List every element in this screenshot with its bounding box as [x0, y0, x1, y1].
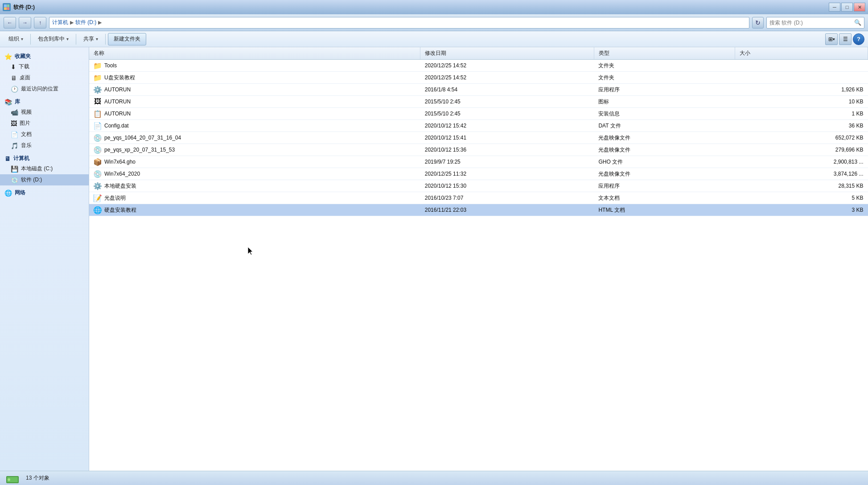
close-button[interactable]: ✕: [854, 3, 865, 12]
file-type-cell: 文件夹: [594, 60, 735, 72]
file-name: 本地硬盘安装: [104, 182, 136, 190]
sidebar-library-header[interactable]: 📚 库: [0, 96, 89, 107]
status-count: 13 个对象: [26, 474, 49, 482]
file-name: U盘安装教程: [104, 74, 135, 82]
breadcrumb-computer[interactable]: 计算机: [52, 19, 68, 26]
network-header-icon: 🌐: [4, 189, 12, 197]
file-type-cell: 安装信息: [594, 108, 735, 120]
refresh-button[interactable]: ↻: [752, 17, 764, 29]
file-icon: 📁: [94, 62, 102, 70]
file-name-cell: 📄 Config.dat: [89, 120, 420, 132]
svg-point-6: [8, 478, 10, 481]
table-row[interactable]: 📝 光盘说明 2016/10/23 7:07 文本文档 5 KB: [89, 192, 868, 204]
file-modified-cell: 2019/9/7 19:25: [420, 156, 594, 168]
file-name-cell: 📦 Win7x64.gho: [89, 156, 420, 168]
new-folder-button[interactable]: 新建文件夹: [108, 33, 146, 45]
sidebar-item-drive-c[interactable]: 💾 本地磁盘 (C:): [0, 163, 89, 174]
file-name: AUTORUN: [104, 99, 131, 105]
table-row[interactable]: 📋 AUTORUN 2015/5/10 2:45 安装信息 1 KB: [89, 108, 868, 120]
file-size-cell: 3 KB: [735, 204, 868, 216]
table-row[interactable]: ⚙️ AUTORUN 2016/1/8 4:54 应用程序 1,926 KB: [89, 84, 868, 96]
file-name-cell: 🌐 硬盘安装教程: [89, 204, 420, 216]
breadcrumb-sep-2: ▶: [98, 20, 102, 25]
details-view-button[interactable]: ☰: [839, 33, 852, 45]
sidebar-item-video[interactable]: 📹 视频: [0, 107, 89, 118]
table-row[interactable]: 💿 pe_yqs_xp_20_07_31_15_53 2020/10/12 15…: [89, 144, 868, 156]
addressbar: ← → ↑ 计算机 ▶ 软件 (D:) ▶ ↻ 🔍: [0, 14, 868, 31]
minimize-button[interactable]: ─: [829, 3, 840, 12]
table-row[interactable]: 💿 pe_yqs_1064_20_07_31_16_04 2020/10/12 …: [89, 132, 868, 144]
file-size-cell: 36 KB: [735, 120, 868, 132]
file-name-cell: 💿 Win7x64_2020: [89, 168, 420, 180]
breadcrumb-drive[interactable]: 软件 (D:): [75, 19, 96, 26]
drive-c-icon: 💾: [11, 165, 18, 173]
file-name: 硬盘安装教程: [104, 206, 136, 214]
file-name-cell: 💿 pe_yqs_xp_20_07_31_15_53: [89, 144, 420, 156]
sidebar-network-header[interactable]: 🌐 网络: [0, 187, 89, 197]
file-modified-cell: 2016/1/8 4:54: [420, 84, 594, 96]
sidebar-network-section: 🌐 网络: [0, 187, 89, 197]
table-row[interactable]: 💿 Win7x64_2020 2020/12/25 11:32 光盘映像文件 3…: [89, 168, 868, 180]
sidebar-favorites-header[interactable]: ⭐ 收藏夹: [0, 51, 89, 61]
file-type-cell: 文件夹: [594, 72, 735, 84]
file-modified-cell: 2015/5/10 2:45: [420, 96, 594, 108]
sidebar-item-recent[interactable]: 🕐 最近访问的位置: [0, 83, 89, 95]
table-row[interactable]: ⚙️ 本地硬盘安装 2020/10/12 15:30 应用程序 28,315 K…: [89, 180, 868, 192]
share-button[interactable]: 共享 ▾: [78, 33, 103, 45]
maximize-button[interactable]: □: [841, 3, 853, 12]
breadcrumb-bar[interactable]: 计算机 ▶ 软件 (D:) ▶: [49, 17, 749, 29]
file-size-cell: 279,696 KB: [735, 144, 868, 156]
sidebar-item-download[interactable]: ⬇ 下载: [0, 61, 89, 72]
forward-button[interactable]: →: [19, 17, 31, 29]
table-row[interactable]: 📁 Tools 2020/12/25 14:52 文件夹: [89, 60, 868, 72]
sidebar-item-music[interactable]: 🎵 音乐: [0, 140, 89, 151]
table-row[interactable]: 📄 Config.dat 2020/10/12 15:42 DAT 文件 36 …: [89, 120, 868, 132]
table-row[interactable]: 📁 U盘安装教程 2020/12/25 14:52 文件夹: [89, 72, 868, 84]
file-icon: 📝: [94, 194, 102, 202]
sidebar-item-drive-d[interactable]: 💿 软件 (D:): [0, 174, 89, 185]
svg-rect-3: [7, 8, 10, 10]
file-icon: 💿: [94, 146, 102, 154]
file-modified-cell: 2016/11/21 22:03: [420, 204, 594, 216]
file-name-cell: ⚙️ 本地硬盘安装: [89, 180, 420, 192]
file-name: Config.dat: [104, 123, 129, 129]
file-modified-cell: 2020/10/12 15:41: [420, 132, 594, 144]
table-row[interactable]: 🖼 AUTORUN 2015/5/10 2:45 图标 10 KB: [89, 96, 868, 108]
sidebar-computer-header[interactable]: 🖥 计算机: [0, 153, 89, 163]
column-modified[interactable]: 修改日期: [420, 47, 594, 60]
desktop-icon: 🖥: [11, 74, 17, 82]
table-row[interactable]: 🌐 硬盘安装教程 2016/11/21 22:03 HTML 文档 3 KB: [89, 204, 868, 216]
sidebar: ⭐ 收藏夹 ⬇ 下载 🖥 桌面 🕐 最近访问的位置 📚 库 �: [0, 47, 89, 471]
music-icon: 🎵: [11, 142, 18, 149]
search-bar[interactable]: 🔍: [766, 17, 864, 29]
file-icon: 🌐: [94, 206, 102, 214]
file-icon: 📦: [94, 158, 102, 166]
file-name-cell: 🖼 AUTORUN: [89, 96, 420, 108]
sidebar-item-documents[interactable]: 📄 文档: [0, 129, 89, 140]
table-row[interactable]: 📦 Win7x64.gho 2019/9/7 19:25 GHO 文件 2,90…: [89, 156, 868, 168]
file-type-cell: HTML 文档: [594, 204, 735, 216]
column-name[interactable]: 名称: [89, 47, 420, 60]
file-size-cell: 1,926 KB: [735, 84, 868, 96]
video-icon: 📹: [11, 109, 18, 116]
documents-icon: 📄: [11, 131, 18, 138]
column-size[interactable]: 大小: [735, 47, 868, 60]
view-toggle-button[interactable]: ⊞ ▾: [825, 33, 838, 45]
sidebar-item-pictures[interactable]: 🖼 图片: [0, 118, 89, 129]
sidebar-item-desktop[interactable]: 🖥 桌面: [0, 72, 89, 83]
search-icon[interactable]: 🔍: [854, 19, 861, 26]
file-type-cell: 图标: [594, 96, 735, 108]
column-type[interactable]: 类型: [594, 47, 735, 60]
titlebar-buttons: ─ □ ✕: [829, 3, 865, 12]
file-area[interactable]: 名称 修改日期 类型 大小 📁 Tools 2020/12/25 14:52 文…: [89, 47, 868, 471]
file-name-cell: ⚙️ AUTORUN: [89, 84, 420, 96]
organize-button[interactable]: 组织 ▾: [4, 33, 28, 45]
up-button[interactable]: ↑: [34, 17, 46, 29]
back-button[interactable]: ←: [4, 17, 16, 29]
search-input[interactable]: [769, 20, 852, 26]
include-library-button[interactable]: 包含到库中 ▾: [33, 33, 74, 45]
include-library-chevron-icon: ▾: [66, 37, 69, 41]
help-button[interactable]: ?: [853, 33, 864, 45]
file-modified-cell: 2020/10/12 15:42: [420, 120, 594, 132]
sidebar-favorites-section: ⭐ 收藏夹 ⬇ 下载 🖥 桌面 🕐 最近访问的位置: [0, 51, 89, 95]
